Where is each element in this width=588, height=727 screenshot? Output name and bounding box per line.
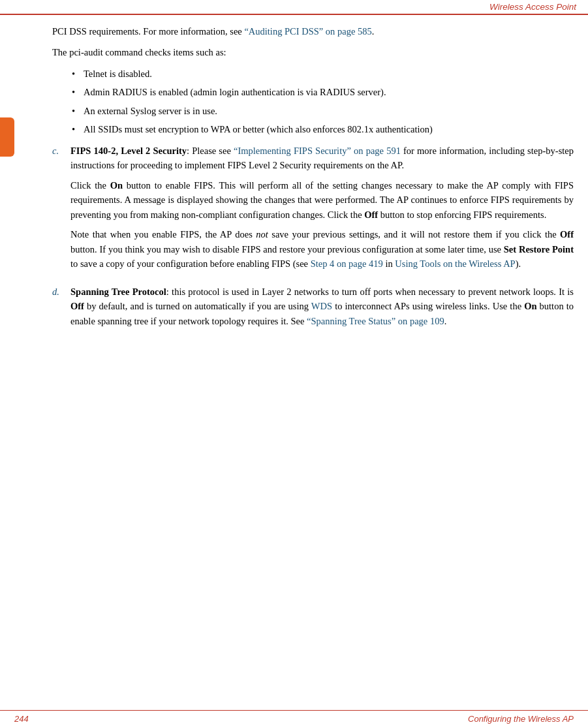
item-c: c. FIPS 140-2, Level 2 Security: Please … xyxy=(52,144,574,277)
bullet-list: Telnet is disabled. Admin RADIUS is enab… xyxy=(72,67,574,137)
main-content: PCI DSS requirements. For more informati… xyxy=(0,15,588,350)
not-italic: not xyxy=(256,229,268,240)
wds-link[interactable]: WDS xyxy=(311,301,332,311)
item-c-letter: c. xyxy=(52,144,70,158)
header-title: Wireless Access Point xyxy=(489,2,576,12)
using-tools-link[interactable]: Using Tools on the Wireless AP xyxy=(395,258,515,269)
item-d-content: Spanning Tree Protocol: this protocol is… xyxy=(70,285,574,333)
bullet-item-1: Telnet is disabled. xyxy=(72,67,574,81)
item-c-para1: FIPS 140-2, Level 2 Security: Please see… xyxy=(70,144,574,173)
page-header: Wireless Access Point xyxy=(0,0,588,15)
intro-text: PCI DSS requirements. For more informati… xyxy=(52,26,244,37)
on-bold-1: On xyxy=(110,180,123,191)
step4-link[interactable]: Step 4 on page 419 xyxy=(311,258,383,269)
footer-page-number: 244 xyxy=(14,714,29,724)
bullet-item-3: An external Syslog server is in use. xyxy=(72,104,574,118)
off-bold-3: Off xyxy=(70,301,84,311)
on-bold-2: On xyxy=(524,301,536,311)
bullet-item-4: All SSIDs must set encryption to WPA or … xyxy=(72,122,574,136)
fips-security-link[interactable]: “Implementing FIPS Security” on page 591 xyxy=(234,146,401,156)
intro-period: . xyxy=(372,26,375,37)
section-tab xyxy=(0,117,14,157)
footer-chapter-title: Configuring the Wireless AP xyxy=(468,714,574,724)
item-d-letter: d. xyxy=(52,285,70,299)
item-c-colon: : Please see xyxy=(187,146,234,156)
item-d: d. Spanning Tree Protocol: this protocol… xyxy=(52,285,574,333)
off-bold-1: Off xyxy=(364,209,378,220)
page-footer: 244 Configuring the Wireless AP xyxy=(0,710,588,727)
pci-audit-line: The pci-audit command checks items such … xyxy=(52,45,574,59)
bullet-item-2: Admin RADIUS is enabled (admin login aut… xyxy=(72,85,574,99)
item-c-para3: Note that when you enable FIPS, the AP d… xyxy=(70,227,574,271)
set-restore-bold: Set Restore Point xyxy=(504,244,574,255)
spanning-tree-status-link[interactable]: “Spanning Tree Status” on page 109 xyxy=(307,316,444,326)
item-c-para2: Click the On button to enable FIPS. This… xyxy=(70,178,574,222)
off-bold-2: Off xyxy=(560,229,574,240)
spanning-tree-title: Spanning Tree Protocol xyxy=(70,286,166,297)
auditing-pci-link[interactable]: “Auditing PCI DSS” on page 585 xyxy=(244,26,371,37)
intro-paragraph: PCI DSS requirements. For more informati… xyxy=(52,24,574,39)
item-c-content: FIPS 140-2, Level 2 Security: Please see… xyxy=(70,144,574,277)
item-d-para1: Spanning Tree Protocol: this protocol is… xyxy=(70,285,574,328)
item-c-title: FIPS 140-2, Level 2 Security xyxy=(70,146,187,156)
page-container: Wireless Access Point PCI DSS requiremen… xyxy=(0,0,588,727)
